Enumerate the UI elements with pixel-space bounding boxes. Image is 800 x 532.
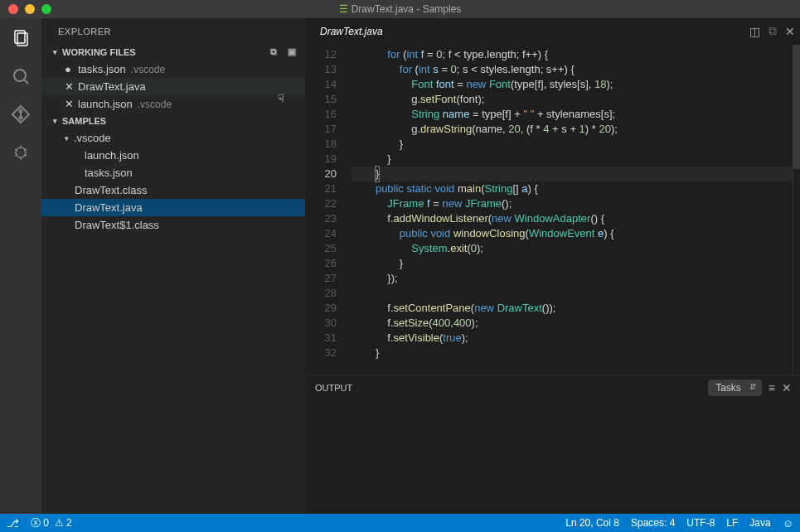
output-tab[interactable]: OUTPUT [313,380,354,396]
eol-status[interactable]: LF [726,517,738,529]
editor-tab[interactable]: DrawText.java [310,21,393,42]
samples-header[interactable]: ▾ SAMPLES [41,113,305,129]
editor-area: DrawText.java ◫ ⧉ ✕ 12131415161718192021… [305,18,800,514]
file-item[interactable]: DrawText.java [41,199,305,216]
remote-icon[interactable]: ⎇ [7,517,19,530]
window-title: ☰DrawText.java - Samples [0,3,800,15]
chevron-down-icon: ▾ [53,117,57,125]
working-file-item[interactable]: ●tasks.json.vscode [41,60,305,78]
dirty-icon[interactable]: ● [65,63,76,75]
clear-output-icon[interactable]: ≡ [768,381,775,394]
chevron-down-icon: ▾ [53,48,57,56]
close-icon[interactable]: ✕ [65,80,76,93]
close-panel-icon[interactable]: ✕ [782,381,792,394]
chevron-down-icon: ▾ [65,134,69,143]
search-icon[interactable] [9,65,32,88]
svg-point-7 [16,148,26,157]
language-mode[interactable]: Java [749,517,770,529]
svg-line-3 [24,80,28,84]
code-editor[interactable]: 1213141516171819202122232425262728293031… [305,45,800,375]
output-channel-select[interactable]: Tasks [708,380,762,396]
line-gutter: 1213141516171819202122232425262728293031… [305,45,352,375]
output-panel: OUTPUT Tasks ≡ ✕ [305,375,800,514]
git-icon[interactable] [9,103,32,126]
working-files-header[interactable]: ▾ WORKING FILES ⧉ ▣ [41,43,305,60]
sidebar: EXPLORER ▾ WORKING FILES ⧉ ▣ ●tasks.json… [41,18,305,514]
cursor-position[interactable]: Ln 20, Col 8 [565,517,619,529]
working-file-item[interactable]: ✕DrawText.java [41,78,305,95]
split-editor-icon[interactable]: ◫ [749,25,760,38]
file-item[interactable]: launch.json [41,147,305,164]
save-all-icon[interactable]: ⧉ [267,46,280,57]
file-item[interactable]: tasks.json [41,164,305,181]
problems-status[interactable]: ⓧ 0 ⚠ 2 [31,516,72,530]
status-bar: ⎇ ⓧ 0 ⚠ 2 Ln 20, Col 8 Spaces: 4 UTF-8 L… [0,514,800,532]
tab-bar: DrawText.java ◫ ⧉ ✕ [305,18,800,45]
svg-point-2 [14,70,26,81]
feedback-icon[interactable]: ☺ [783,517,793,530]
more-icon[interactable]: ⧉ [768,24,777,38]
file-item[interactable]: DrawText$1.class [41,216,305,234]
close-all-icon[interactable]: ▣ [285,46,298,57]
close-editor-icon[interactable]: ✕ [785,25,795,38]
debug-icon[interactable] [9,141,32,164]
explorer-icon[interactable] [9,27,32,50]
sidebar-title: EXPLORER [41,18,305,43]
file-item[interactable]: DrawText.class [41,181,305,199]
encoding-status[interactable]: UTF-8 [686,517,715,529]
indentation-status[interactable]: Spaces: 4 [631,517,675,529]
folder-item[interactable]: ▾ .vscode [41,129,305,147]
close-icon[interactable]: ✕ [65,98,76,110]
titlebar: ☰DrawText.java - Samples [0,0,800,18]
scrollbar[interactable] [793,45,800,375]
activity-bar [0,18,41,514]
working-file-item[interactable]: ✕launch.json.vscode [41,95,305,113]
